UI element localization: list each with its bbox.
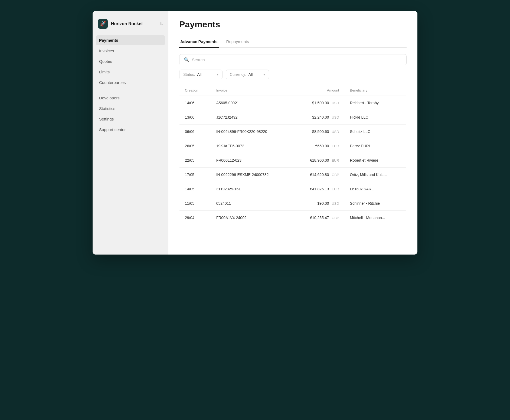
cell-amount: $90.00 USD bbox=[293, 196, 345, 211]
currency-badge: GBP bbox=[332, 216, 339, 220]
cell-beneficiary: Ortiz, Mills and Kula... bbox=[345, 168, 407, 182]
page-title: Payments bbox=[179, 19, 407, 30]
sidebar-item-developers[interactable]: Developers bbox=[96, 93, 165, 103]
payments-table: CreationInvoiceAmountBeneficiary 14/06A5… bbox=[179, 85, 407, 225]
currency-badge: EUR bbox=[332, 158, 339, 162]
status-filter-chevron: ▾ bbox=[217, 73, 218, 76]
cell-amount: €18,900.00 EUR bbox=[293, 153, 345, 168]
currency-badge: USD bbox=[332, 115, 339, 119]
logo-icon: 🚀 bbox=[98, 19, 108, 29]
currency-badge: USD bbox=[332, 201, 339, 206]
cell-creation: 06/06 bbox=[179, 125, 211, 139]
cell-creation: 29/04 bbox=[179, 211, 211, 225]
cell-beneficiary: Reichert - Torphy bbox=[345, 96, 407, 110]
currency-filter-label: Currency: bbox=[230, 72, 246, 77]
sidebar-item-settings[interactable]: Settings bbox=[96, 114, 165, 124]
table-row[interactable]: 14/06A5605-00921$1,500.00 USDReichert - … bbox=[179, 96, 407, 110]
cell-invoice: IN-0022296-ESXME-24000782 bbox=[211, 168, 293, 182]
currency-badge: USD bbox=[332, 101, 339, 105]
table-row[interactable]: 13/06J1C72J2492$2,240.00 USDHickle LLC bbox=[179, 110, 407, 125]
cell-creation: 26/05 bbox=[179, 139, 211, 153]
table-row[interactable]: 06/06IN-0024896-FR00K220-98220$8,500.60 … bbox=[179, 125, 407, 139]
tabs: Advance PaymentsRepayments bbox=[179, 36, 407, 48]
tab-repayments[interactable]: Repayments bbox=[225, 36, 250, 48]
currency-badge: EUR bbox=[332, 144, 339, 148]
table-header: CreationInvoiceAmountBeneficiary bbox=[179, 85, 407, 96]
currency-badge: GBP bbox=[332, 173, 339, 177]
table-row[interactable]: 22/05FR000L12-023€18,900.00 EURRobert et… bbox=[179, 153, 407, 168]
table-row[interactable]: 29/04FR00A1V4-24002£10,255.47 GBPMitchel… bbox=[179, 211, 407, 225]
sidebar-item-payments[interactable]: Payments bbox=[96, 35, 165, 45]
sidebar-item-quotes[interactable]: Quotes bbox=[96, 56, 165, 66]
cell-creation: 14/06 bbox=[179, 96, 211, 110]
sidebar-item-statistics[interactable]: Statistics bbox=[96, 103, 165, 113]
cell-invoice: 0524011 bbox=[211, 196, 293, 211]
currency-badge: USD bbox=[332, 130, 339, 134]
cell-creation: 22/05 bbox=[179, 153, 211, 168]
cell-beneficiary: Schinner - Ritchie bbox=[345, 196, 407, 211]
currency-filter-chevron: ▾ bbox=[263, 73, 265, 76]
cell-creation: 17/05 bbox=[179, 168, 211, 182]
sidebar-nav: PaymentsInvoicesQuotesLimitsCounterparti… bbox=[93, 35, 168, 135]
cell-amount: $1,500.00 USD bbox=[293, 96, 345, 110]
cell-beneficiary: Robert et Riviere bbox=[345, 153, 407, 168]
sidebar-item-support[interactable]: Support center bbox=[96, 125, 165, 135]
table-body: 14/06A5605-00921$1,500.00 USDReichert - … bbox=[179, 96, 407, 225]
table-row[interactable]: 17/05IN-0022296-ESXME-24000782£14,620.80… bbox=[179, 168, 407, 182]
cell-invoice: FR00A1V4-24002 bbox=[211, 211, 293, 225]
cell-amount: £10,255.47 GBP bbox=[293, 211, 345, 225]
cell-invoice: J1C72J2492 bbox=[211, 110, 293, 125]
cell-amount: $2,240.00 USD bbox=[293, 110, 345, 125]
cell-invoice: 31192325-161 bbox=[211, 182, 293, 196]
currency-badge: EUR bbox=[332, 187, 339, 191]
col-beneficiary: Beneficiary bbox=[345, 85, 407, 96]
sidebar-item-limits[interactable]: Limits bbox=[96, 67, 165, 77]
status-filter[interactable]: Status: All ▾ bbox=[179, 70, 223, 79]
page-header: Payments Advance PaymentsRepayments bbox=[168, 11, 417, 48]
cell-beneficiary: Schultz LLC bbox=[345, 125, 407, 139]
tab-advance[interactable]: Advance Payments bbox=[179, 36, 219, 48]
cell-invoice: FR000L12-023 bbox=[211, 153, 293, 168]
table-row[interactable]: 11/050524011$90.00 USDSchinner - Ritchie bbox=[179, 196, 407, 211]
sidebar-item-counterparties[interactable]: Counterparties bbox=[96, 77, 165, 87]
sidebar-logo[interactable]: 🚀 Horizon Rocket ⇅ bbox=[93, 16, 168, 35]
content-area: 🔍 Status: All ▾ Currency: All ▾ bbox=[168, 48, 417, 255]
search-icon: 🔍 bbox=[184, 57, 189, 62]
cell-beneficiary: Perez EURL bbox=[345, 139, 407, 153]
cell-beneficiary: Mitchell - Monahan... bbox=[345, 211, 407, 225]
currency-filter-value: All bbox=[249, 72, 253, 77]
cell-beneficiary: Hickle LLC bbox=[345, 110, 407, 125]
main-content: Payments Advance PaymentsRepayments 🔍 St… bbox=[168, 11, 417, 255]
cell-invoice: A5605-00921 bbox=[211, 96, 293, 110]
sidebar: 🚀 Horizon Rocket ⇅ PaymentsInvoicesQuote… bbox=[93, 11, 168, 255]
app-container: 🚀 Horizon Rocket ⇅ PaymentsInvoicesQuote… bbox=[93, 11, 417, 255]
col-amount: Amount bbox=[293, 85, 345, 96]
chevron-icon: ⇅ bbox=[160, 22, 163, 26]
col-creation: Creation bbox=[179, 85, 211, 96]
cell-invoice: 19KJAEE6-0072 bbox=[211, 139, 293, 153]
cell-amount: €660.00 EUR bbox=[293, 139, 345, 153]
app-name: Horizon Rocket bbox=[111, 21, 156, 26]
filters: Status: All ▾ Currency: All ▾ bbox=[179, 70, 407, 79]
status-filter-label: Status: bbox=[183, 72, 195, 77]
search-input[interactable] bbox=[192, 57, 402, 62]
cell-invoice: IN-0024896-FR00K220-98220 bbox=[211, 125, 293, 139]
currency-filter[interactable]: Currency: All ▾ bbox=[226, 70, 269, 79]
cell-amount: £14,620.80 GBP bbox=[293, 168, 345, 182]
cell-creation: 14/05 bbox=[179, 182, 211, 196]
table-row[interactable]: 26/0519KJAEE6-0072€660.00 EURPerez EURL bbox=[179, 139, 407, 153]
cell-amount: €41,826.13 EUR bbox=[293, 182, 345, 196]
table-row[interactable]: 14/0531192325-161€41,826.13 EURLe roux S… bbox=[179, 182, 407, 196]
cell-creation: 11/05 bbox=[179, 196, 211, 211]
col-invoice: Invoice bbox=[211, 85, 293, 96]
search-bar: 🔍 bbox=[179, 54, 407, 65]
cell-beneficiary: Le roux SARL bbox=[345, 182, 407, 196]
nav-divider bbox=[96, 88, 165, 92]
status-filter-value: All bbox=[197, 72, 202, 77]
cell-creation: 13/06 bbox=[179, 110, 211, 125]
cell-amount: $8,500.60 USD bbox=[293, 125, 345, 139]
sidebar-item-invoices[interactable]: Invoices bbox=[96, 46, 165, 56]
